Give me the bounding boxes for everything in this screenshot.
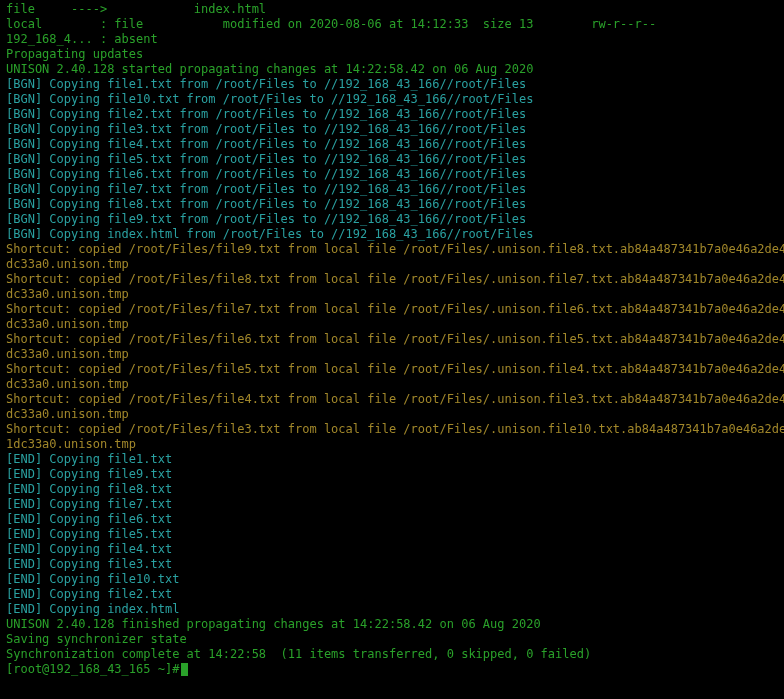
- terminal-line: file ----> index.html: [6, 2, 778, 17]
- terminal-line: Synchronization complete at 14:22:58 (11…: [6, 647, 778, 662]
- terminal-line: [END] Copying file2.txt: [6, 587, 778, 602]
- terminal-line: local : file modified on 2020-08-06 at 1…: [6, 17, 778, 32]
- terminal-line: UNISON 2.40.128 finished propagating cha…: [6, 617, 778, 632]
- terminal-line: dc33a0.unison.tmp: [6, 257, 778, 272]
- terminal-line: Shortcut: copied /root/Files/file6.txt f…: [6, 332, 778, 347]
- terminal-line: UNISON 2.40.128 started propagating chan…: [6, 62, 778, 77]
- terminal-output[interactable]: file ----> index.htmllocal : file modifi…: [0, 0, 784, 683]
- terminal-line: [END] Copying file3.txt: [6, 557, 778, 572]
- terminal-line: [END] Copying file10.txt: [6, 572, 778, 587]
- terminal-line: dc33a0.unison.tmp: [6, 317, 778, 332]
- terminal-line: [END] Copying file1.txt: [6, 452, 778, 467]
- terminal-line: Saving synchronizer state: [6, 632, 778, 647]
- cursor-icon: [181, 663, 188, 676]
- terminal-line: [END] Copying file8.txt: [6, 482, 778, 497]
- terminal-line: [BGN] Copying file5.txt from /root/Files…: [6, 152, 778, 167]
- terminal-line: dc33a0.unison.tmp: [6, 377, 778, 392]
- terminal-line: [END] Copying index.html: [6, 602, 778, 617]
- terminal-line: dc33a0.unison.tmp: [6, 287, 778, 302]
- terminal-line: Shortcut: copied /root/Files/file5.txt f…: [6, 362, 778, 377]
- terminal-line: [END] Copying file6.txt: [6, 512, 778, 527]
- terminal-line: dc33a0.unison.tmp: [6, 347, 778, 362]
- terminal-line: [END] Copying file4.txt: [6, 542, 778, 557]
- terminal-line: [END] Copying file7.txt: [6, 497, 778, 512]
- terminal-line: [END] Copying file9.txt: [6, 467, 778, 482]
- shell-prompt[interactable]: [root@192_168_43_165 ~]#: [6, 662, 778, 677]
- terminal-line: [BGN] Copying file6.txt from /root/Files…: [6, 167, 778, 182]
- terminal-line: [BGN] Copying file2.txt from /root/Files…: [6, 107, 778, 122]
- terminal-line: [BGN] Copying file1.txt from /root/Files…: [6, 77, 778, 92]
- terminal-line: Shortcut: copied /root/Files/file8.txt f…: [6, 272, 778, 287]
- terminal-line: Shortcut: copied /root/Files/file3.txt f…: [6, 422, 778, 437]
- terminal-line: [BGN] Copying file9.txt from /root/Files…: [6, 212, 778, 227]
- terminal-line: Shortcut: copied /root/Files/file9.txt f…: [6, 242, 778, 257]
- terminal-line: [BGN] Copying file8.txt from /root/Files…: [6, 197, 778, 212]
- terminal-line: [BGN] Copying file4.txt from /root/Files…: [6, 137, 778, 152]
- terminal-line: Shortcut: copied /root/Files/file4.txt f…: [6, 392, 778, 407]
- terminal-line: Propagating updates: [6, 47, 778, 62]
- prompt-text: [root@192_168_43_165 ~]#: [6, 662, 179, 676]
- terminal-line: Shortcut: copied /root/Files/file7.txt f…: [6, 302, 778, 317]
- terminal-line: dc33a0.unison.tmp: [6, 407, 778, 422]
- terminal-line: 192_168_4... : absent: [6, 32, 778, 47]
- terminal-line: [BGN] Copying file10.txt from /root/File…: [6, 92, 778, 107]
- terminal-line: [BGN] Copying index.html from /root/File…: [6, 227, 778, 242]
- terminal-line: [BGN] Copying file7.txt from /root/Files…: [6, 182, 778, 197]
- terminal-line: [END] Copying file5.txt: [6, 527, 778, 542]
- terminal-line: [BGN] Copying file3.txt from /root/Files…: [6, 122, 778, 137]
- terminal-line: 1dc33a0.unison.tmp: [6, 437, 778, 452]
